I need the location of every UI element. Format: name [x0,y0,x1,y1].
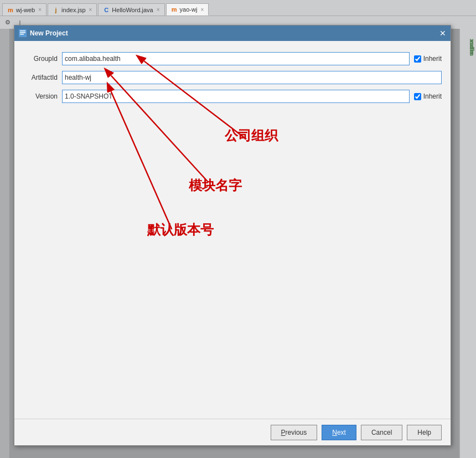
group-id-inherit-checkbox[interactable] [414,55,421,63]
tab-label-wj-web: wj-web [16,7,35,13]
next-label: ext [337,429,346,436]
right-panel-label: xsd/m [469,39,475,55]
tab-label-index-jsp: index.jsp [61,7,85,13]
annotation-default-version: 默认版本号 [147,221,214,239]
tab-yao-wj[interactable]: m yao-wj × [166,3,209,16]
tab-label-yao-wj: yao-wj [180,6,198,13]
previous-button[interactable]: Previous [271,425,318,440]
version-inherit-area: Inherit [414,92,442,100]
dialog-title-bar: New Project ✕ [14,25,451,41]
new-project-dialog: New Project ✕ GroupId Inherit ArtifactId… [14,25,451,446]
version-row: Version Inherit [23,90,442,103]
version-inherit-label: Inherit [423,92,442,100]
version-input[interactable] [62,90,410,103]
svg-line-6 [111,91,172,229]
tab-icon-wj-web: m [7,7,14,13]
svg-rect-3 [20,30,25,32]
tab-close-wj-web[interactable]: × [38,7,42,13]
svg-rect-2 [20,34,24,35]
dialog-footer: Previous Next Cancel Help [14,419,451,445]
group-id-row: GroupId Inherit [23,52,442,65]
artifact-id-label: ArtifactId [23,74,62,81]
artifact-id-row: ArtifactId [23,71,442,84]
tab-index-jsp[interactable]: j index.jsp × [48,3,97,16]
group-id-label: GroupId [23,55,62,63]
version-label: Version [23,92,62,100]
version-inherit-checkbox[interactable] [414,93,421,100]
tab-bar: m wj-web × j index.jsp × C HelloWord.jav… [0,0,476,16]
dialog-title-text: New Project [30,29,68,37]
dialog-body: GroupId Inherit ArtifactId Version Inher… [14,41,451,419]
dialog-title-icon [19,29,27,37]
annotation-module-name: 模块名字 [189,177,242,194]
dialog-close-button[interactable]: ✕ [439,29,446,37]
tab-hello-word[interactable]: C HelloWord.java × [98,3,164,16]
dialog-title: New Project [19,29,68,37]
previous-label: revious [286,429,307,436]
artifact-id-input[interactable] [62,71,442,84]
help-button[interactable]: Help [407,425,442,440]
group-id-inherit-area: Inherit [414,55,442,63]
tab-icon-yao-wj: m [171,6,178,13]
tab-close-hello-word[interactable]: × [157,7,160,13]
right-panel: xsd/m [459,29,476,458]
group-id-inherit-label: Inherit [423,55,442,63]
group-id-input[interactable] [62,52,410,65]
tab-wj-web[interactable]: m wj-web × [2,3,46,16]
tab-close-index-jsp[interactable]: × [89,7,92,13]
gear-icon[interactable]: ⚙ [2,18,13,28]
tab-icon-index-jsp: j [53,7,59,13]
tab-close-yao-wj[interactable]: × [200,7,204,13]
tab-label-hello-word: HelloWord.java [112,7,153,13]
tab-icon-hello-word: C [103,7,110,13]
next-button[interactable]: Next [322,425,356,440]
cancel-button[interactable]: Cancel [361,425,402,440]
svg-rect-1 [20,32,25,33]
annotation-company-org: 公司组织 [225,127,278,145]
